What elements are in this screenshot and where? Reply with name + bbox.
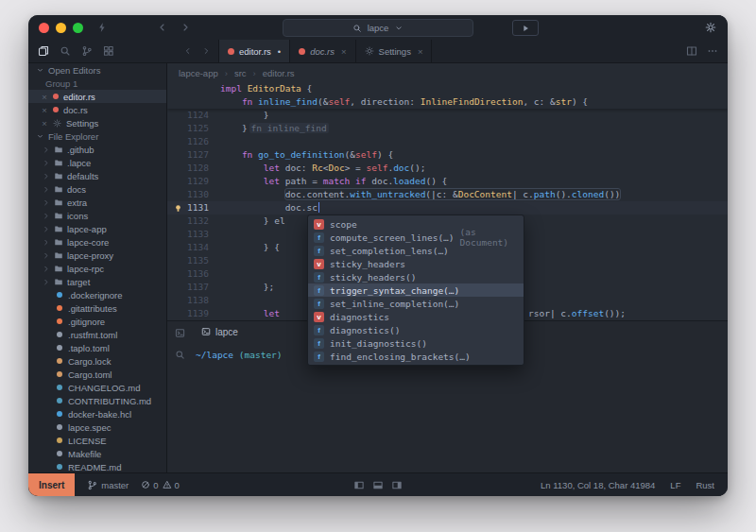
folder-icons[interactable]: icons (28, 209, 166, 222)
file-changelog-md[interactable]: CHANGELOG.md (28, 381, 166, 394)
close-icon[interactable]: × (41, 105, 48, 115)
open-editors-header[interactable]: Open Editors (28, 63, 166, 77)
code-line[interactable]: 1125 }fn inline_find (167, 122, 728, 135)
completion-item-init-diagnostics[interactable]: finit_diagnostics() (308, 336, 524, 350)
function-kind-icon: f (314, 285, 324, 296)
close-icon[interactable]: × (41, 92, 48, 102)
sticky-line[interactable]: impl EditorData { (167, 82, 728, 95)
folder-defaults[interactable]: defaults (28, 169, 166, 182)
line-ending-indicator[interactable]: LF (670, 480, 680, 490)
folder-target[interactable]: target (28, 275, 166, 288)
zoom-window-button[interactable] (73, 23, 83, 33)
file-license[interactable]: LICENSE (28, 434, 166, 447)
workspace-search[interactable]: lapce (283, 19, 473, 37)
open-editor-editor-rs[interactable]: ×editor.rs (28, 90, 166, 103)
code-line[interactable]: 1126 (167, 135, 728, 148)
breadcrumb-item[interactable]: editor.rs (263, 68, 295, 78)
settings-gear-icon[interactable] (705, 22, 716, 33)
toggle-left-panel-icon[interactable] (354, 480, 365, 490)
language-indicator[interactable]: Rust (696, 480, 714, 490)
completion-detail: (as Document) (460, 227, 518, 248)
folder-docs[interactable]: docs (28, 182, 166, 196)
completion-item-compute-screen-lines[interactable]: fcompute_screen_lines(…)(as Document) (308, 231, 524, 244)
code-text: }; (209, 281, 274, 294)
folder-lapce-rpc[interactable]: lapce-rpc (28, 262, 166, 275)
file-explorer-header[interactable]: File Explorer (28, 129, 166, 143)
close-tab-icon[interactable]: × (341, 46, 347, 57)
folder-lapce[interactable]: .lapce (28, 156, 166, 169)
search-panel-icon[interactable] (175, 350, 185, 360)
source-control-icon[interactable] (81, 45, 93, 57)
folder-lapce-app[interactable]: lapce-app (28, 222, 166, 235)
tab-doc-rs[interactable]: doc.rs× (290, 40, 355, 62)
code-line[interactable]: 1124 } (167, 109, 728, 122)
completion-item-trigger-syntax-change[interactable]: ftrigger_syntax_change(…) (308, 283, 524, 297)
close-tab-icon[interactable]: × (418, 46, 423, 57)
code-line[interactable]: 1129 let path = match if doc.loaded() { (167, 175, 728, 188)
completion-item-diagnostics[interactable]: vdiagnostics (308, 310, 524, 323)
minimize-window-button[interactable] (56, 23, 66, 33)
run-button[interactable] (512, 20, 539, 36)
open-editor-settings[interactable]: ×Settings (28, 116, 166, 129)
code-line[interactable]: 1130 doc.content.with_untracked(|c: &Doc… (167, 188, 728, 201)
completion-item-find-enclosing-brackets[interactable]: ffind_enclosing_brackets(…) (308, 350, 524, 363)
file-contributing-md[interactable]: CONTRIBUTING.md (28, 394, 166, 407)
close-window-button[interactable] (39, 23, 49, 33)
cursor-position[interactable]: Ln 1130, Col 18, Char 41984 (541, 480, 655, 490)
breadcrumb-item[interactable]: src (234, 68, 247, 78)
terminal-tab[interactable]: lapce (192, 321, 248, 342)
files-icon[interactable] (38, 45, 49, 57)
folder-lapce-proxy[interactable]: lapce-proxy (28, 249, 166, 262)
file-cargo-toml[interactable]: Cargo.toml (28, 368, 166, 381)
file-gitattributes[interactable]: .gitattributes (28, 301, 166, 315)
extensions-icon[interactable] (103, 45, 114, 57)
nav-forward-icon[interactable] (180, 22, 191, 33)
app-window: lapce editor.rs•doc.rs×Settings× Open (28, 15, 728, 496)
file-readme-md[interactable]: README.md (28, 460, 166, 472)
completion-item-diagnostics[interactable]: fdiagnostics() (308, 323, 524, 336)
close-icon[interactable]: × (41, 118, 48, 129)
completion-label: set_completion_lens(…) (330, 246, 449, 256)
branch-indicator[interactable]: master (87, 480, 129, 490)
code-line[interactable]: 1131 doc.sc (167, 201, 728, 215)
split-editor-icon[interactable] (686, 45, 697, 57)
mode-indicator[interactable]: Insert (28, 473, 75, 496)
completion-item-set-inline-completion[interactable]: fset_inline_completion(…) (308, 297, 524, 310)
window-tool-icon[interactable] (96, 22, 108, 33)
file-taplo-toml[interactable]: .taplo.toml (28, 341, 166, 354)
code-action-lightbulb-icon[interactable] (174, 204, 182, 213)
tab-editor-rs[interactable]: editor.rs• (218, 40, 290, 62)
sticky-line[interactable]: fn inline_find(&self, direction: InlineF… (167, 95, 728, 109)
file-lapce-spec[interactable]: lapce.spec (28, 420, 166, 434)
branch-icon (87, 480, 97, 490)
search-icon[interactable] (60, 45, 71, 57)
code-line[interactable]: 1127 fn go_to_definition(&self) { (167, 148, 728, 162)
file-rustfmt-toml[interactable]: .rustfmt.toml (28, 328, 166, 341)
terminal-panel-icon[interactable] (175, 328, 185, 338)
tab-settings[interactable]: Settings× (356, 40, 433, 62)
tabs-scroll-right-icon[interactable] (201, 46, 211, 56)
completion-item-sticky-headers[interactable]: fsticky_headers() (308, 270, 524, 283)
file-makefile[interactable]: Makefile (28, 447, 166, 460)
breadcrumb-item[interactable]: lapce-app (179, 68, 218, 78)
terminal-tab-label: lapce (215, 327, 238, 337)
folder-github[interactable]: .github (28, 143, 166, 156)
open-editor-doc-rs[interactable]: ×doc.rs (28, 103, 166, 116)
modified-dot[interactable]: • (278, 46, 281, 57)
folder-extra[interactable]: extra (28, 196, 166, 209)
file-docker-bake-hcl[interactable]: docker-bake.hcl (28, 407, 166, 420)
completion-item-sticky-headers[interactable]: vsticky_headers (308, 257, 524, 270)
file-gitignore[interactable]: .gitignore (28, 315, 166, 328)
code-line[interactable]: 1128 let doc: Rc<Doc> = self.doc(); (167, 162, 728, 175)
problems-indicator[interactable]: 0 0 (141, 480, 180, 490)
more-actions-icon[interactable] (707, 45, 718, 57)
file-dockerignore[interactable]: .dockerignore (28, 288, 166, 301)
toggle-right-panel-icon[interactable] (392, 480, 403, 490)
code-text: impl EditorData { (209, 82, 312, 95)
toggle-bottom-panel-icon[interactable] (373, 480, 384, 490)
folder-lapce-core[interactable]: lapce-core (28, 235, 166, 249)
tabs-scroll-left-icon[interactable] (183, 46, 193, 56)
breadcrumb-separator: › (253, 68, 256, 78)
file-cargo-lock[interactable]: Cargo.lock (28, 354, 166, 368)
nav-back-icon[interactable] (157, 22, 168, 33)
